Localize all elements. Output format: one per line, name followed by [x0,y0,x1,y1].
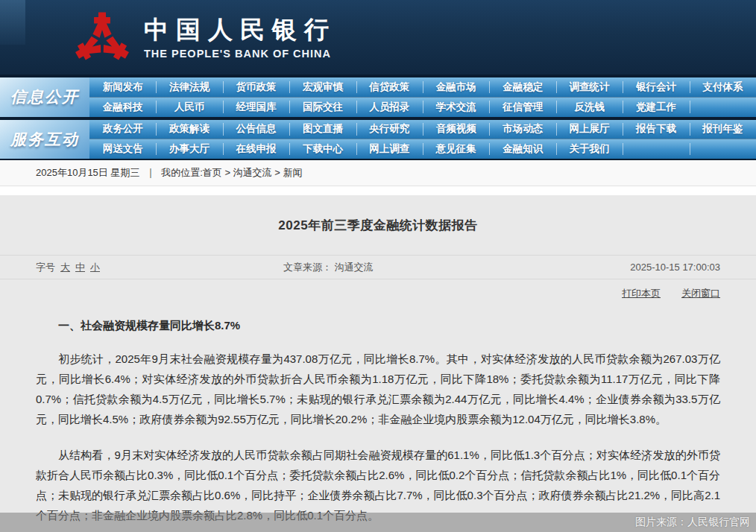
nav-item[interactable]: 关于我们 [556,139,623,159]
nav-item[interactable]: 政策解读 [156,120,222,139]
nav-item-empty [623,139,689,159]
nav-item[interactable]: 人员招录 [356,98,423,117]
spacer [0,186,756,195]
nav-item[interactable]: 网送文告 [89,139,156,159]
nav-item[interactable]: 政务公开 [89,120,156,139]
nav-item[interactable]: 国际交往 [289,98,356,117]
nav-item[interactable]: 金融稳定 [489,77,555,97]
font-size-large-link[interactable]: 大 [60,261,70,274]
nav-items-service: 政务公开 政策解读 公告信息 图文直播 央行研究 音频视频 市场动态 网上展厅 … [89,120,756,159]
nav-item[interactable]: 办事大厅 [156,139,222,159]
nav-item[interactable]: 经理国库 [223,98,289,117]
article-datetime: 2025-10-15 17:00:03 [630,262,720,273]
breadcrumb-date: 2025年10月15日 星期三 [36,166,139,180]
site-header: 中国人民银行 THE PEOPLE'S BANK OF CHINA [0,0,756,75]
nav-item[interactable]: 市场动态 [489,120,555,139]
nav-item[interactable]: 金融市场 [423,77,489,97]
pboc-news-page: 中国人民银行 THE PEOPLE'S BANK OF CHINA 信息公开 新… [0,0,756,532]
breadcrumb-location[interactable]: 我的位置:首页 > 沟通交流 > 新闻 [161,166,302,180]
nav-item[interactable]: 图文直播 [289,120,356,139]
close-window-link[interactable]: 关闭窗口 [681,287,720,300]
nav-item[interactable]: 银行会计 [623,77,689,97]
page-title: 2025年前三季度金融统计数据报告 [0,195,756,234]
font-size-medium-link[interactable]: 中 [75,261,85,274]
nav-line: 新闻发布 法律法规 货币政策 宏观审慎 信贷政策 金融市场 金融稳定 调查统计 … [89,77,756,98]
nav-item[interactable]: 报告下载 [623,120,689,139]
nav-item[interactable]: 法律法规 [156,77,222,97]
breadcrumb: 2025年10月15日 星期三 ｜ 我的位置:首页 > 沟通交流 > 新闻 [0,160,756,186]
nav-item-empty [690,98,756,117]
image-source-watermark: 图片来源：人民银行官网 [0,513,756,532]
nav-band-information: 信息公开 新闻发布 法律法规 货币政策 宏观审慎 信贷政策 金融市场 金融稳定 … [0,77,756,117]
nav-item[interactable]: 支付体系 [690,77,756,97]
nav-line: 网送文告 办事大厅 在线申报 下载中心 网上调查 意见征集 金融知识 关于我们 [89,139,756,159]
article-source: 文章来源： 沟通交流 [283,261,374,274]
nav-section-label-service[interactable]: 服务互动 [0,120,89,159]
nav-item[interactable]: 报刊年鉴 [690,120,756,139]
breadcrumb-separator: ｜ [145,166,155,180]
nav-item[interactable]: 在线申报 [223,139,289,159]
main-navigation: 信息公开 新闻发布 法律法规 货币政策 宏观审慎 信贷政策 金融市场 金融稳定 … [0,75,756,160]
nav-section-label-information[interactable]: 信息公开 [0,77,89,117]
brand-text: 中国人民银行 THE PEOPLE'S BANK OF CHINA [144,15,336,60]
nav-item[interactable]: 金融科技 [89,98,156,117]
image-source-text: 图片来源：人民银行官网 [635,516,750,529]
article-paragraph: 初步统计，2025年9月末社会融资规模存量为437.08万亿元，同比增长8.7%… [36,349,720,429]
nav-item[interactable]: 宏观审慎 [289,77,356,97]
nav-item[interactable]: 网上调查 [356,139,423,159]
nav-item-empty [690,139,756,159]
nav-item[interactable]: 公告信息 [223,120,289,139]
nav-band-service: 服务互动 政务公开 政策解读 公告信息 图文直播 央行研究 音频视频 市场动态 … [0,120,756,159]
font-size-controls: 字号 大 中 小 [36,261,100,274]
nav-item[interactable]: 信贷政策 [356,77,423,97]
bank-name-cn: 中国人民银行 [144,15,336,45]
pboc-logo-icon [71,6,133,69]
nav-item[interactable]: 调查统计 [556,77,623,97]
nav-item[interactable]: 党建工作 [623,98,689,117]
nav-item[interactable]: 下载中心 [289,139,356,159]
bank-name-en: THE PEOPLE'S BANK OF CHINA [144,48,336,60]
nav-item[interactable]: 金融知识 [489,139,555,159]
nav-item[interactable]: 征信管理 [489,98,555,117]
brand-block: 中国人民银行 THE PEOPLE'S BANK OF CHINA [71,6,336,69]
nav-items-information: 新闻发布 法律法规 货币政策 宏观审慎 信贷政策 金融市场 金融稳定 调查统计 … [89,77,756,117]
font-size-small-link[interactable]: 小 [90,261,100,274]
nav-item[interactable]: 反洗钱 [556,98,623,117]
nav-item[interactable]: 音频视频 [423,120,489,139]
article-actions: 打印本页 关闭窗口 [0,279,756,300]
print-page-link[interactable]: 打印本页 [622,287,661,300]
nav-item[interactable]: 央行研究 [356,120,423,139]
nav-item[interactable]: 货币政策 [223,77,289,97]
nav-line: 金融科技 人民币 经理国库 国际交往 人员招录 学术交流 征信管理 反洗钱 党建… [89,98,756,117]
section-heading: 一、社会融资规模存量同比增长8.7% [36,319,720,333]
article-meta-bar: 字号 大 中 小 文章来源： 沟通交流 2025-10-15 17:00:03 [0,255,756,279]
article-panel: 2025年前三季度金融统计数据报告 字号 大 中 小 文章来源： 沟通交流 20… [0,195,756,532]
font-size-label: 字号 [36,261,55,274]
nav-item[interactable]: 新闻发布 [89,77,156,97]
nav-item[interactable]: 人民币 [156,98,222,117]
nav-item[interactable]: 学术交流 [423,98,489,117]
nav-line: 政务公开 政策解读 公告信息 图文直播 央行研究 音频视频 市场动态 网上展厅 … [89,120,756,140]
nav-item[interactable]: 意见征集 [423,139,489,159]
nav-item[interactable]: 网上展厅 [556,120,623,139]
